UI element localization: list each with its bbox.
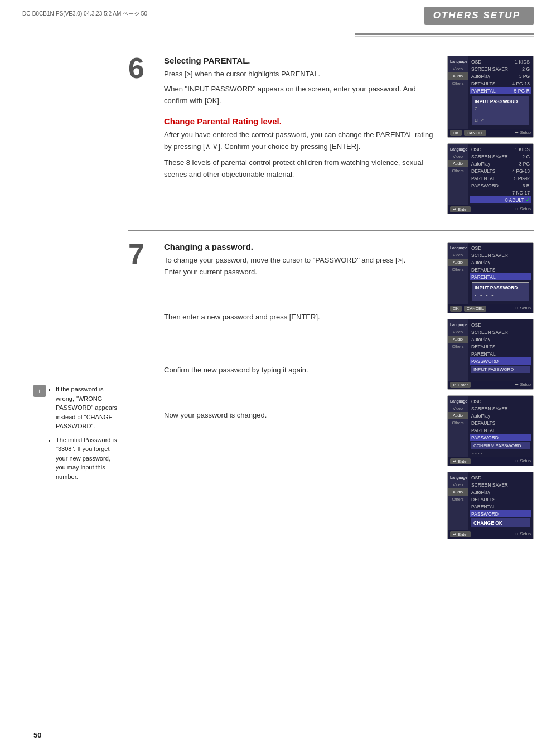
step-6-body1: Press [>] when the cursor highlights PAR… <box>164 69 436 80</box>
s3-par: PARENTAL <box>470 273 531 280</box>
s5-enter: ↵ Enter <box>450 458 471 464</box>
step-6-block: 6 Selecting PARENTAL. Press [>] when the… <box>128 56 534 214</box>
menu-bottom-1: OK CANCEL ↦ Setup <box>448 129 533 137</box>
crop-mark-left <box>6 335 17 335</box>
s6-vid: Video <box>448 481 468 488</box>
s6-enter: ↵ Enter <box>450 531 471 537</box>
r2-ss: SCREEN SAVER2 G <box>470 153 531 160</box>
menu-row-autoplay: AutoPlay3 PG <box>470 72 531 80</box>
divider <box>128 230 534 231</box>
menu-row-defaults: DEFAULTS4 PG-13 <box>470 80 531 87</box>
s3-vid: Video <box>448 251 468 259</box>
s5-vid: Video <box>448 405 468 412</box>
s4-vid: Video <box>448 328 468 336</box>
step-7-body1: To change your password, move the cursor… <box>164 255 436 266</box>
s4-enter: ↵ Enter <box>450 382 471 388</box>
s3-setup: ↦ Setup <box>515 306 531 312</box>
s5-osd: OSD <box>470 398 531 405</box>
s4-setup: ↦ Setup <box>515 382 531 388</box>
step-7-body2: Enter your current password. <box>164 266 436 278</box>
crop-mark-right <box>539 335 550 335</box>
s6-bottom: ↵ Enter ↦ Setup <box>448 530 533 539</box>
sidebar-language-2: Language <box>448 146 468 153</box>
s5-def: DEFAULTS <box>470 419 531 427</box>
s5-ss: SCREEN SAVER <box>470 405 531 412</box>
s4-def: DEFAULTS <box>470 343 531 350</box>
sidebar-audio: Audio <box>448 72 468 80</box>
s5-ap: AutoPlay <box>470 412 531 419</box>
r2-pw: PASSWORD6 R <box>470 182 531 189</box>
s3-osd: OSD <box>470 244 531 251</box>
sidebar-video-2: Video <box>448 153 468 160</box>
s5-oth: Others <box>448 419 468 427</box>
s3-ss: SCREEN SAVER <box>470 251 531 259</box>
parental-body2: These 8 levels of parental control prote… <box>164 157 436 181</box>
screen-4: Language Video Audio Others OSD SCREEN S… <box>447 319 534 390</box>
note-1: If the password is wrong, "WRONG PASSWOR… <box>56 385 120 431</box>
s6-setup: ↦ Setup <box>515 531 531 537</box>
step-7-number: 7 <box>128 240 157 269</box>
menu-overlay-1: INPUT PASSWORD 7 - - - - LT ✓ <box>472 96 529 125</box>
step-7-block: 7 Changing a password. To change your pa… <box>128 242 534 539</box>
r2-adult: 8 ADULT ✓ <box>470 196 531 203</box>
s5-lang: Language <box>448 398 468 405</box>
sidebar-others-2: Others <box>448 167 468 175</box>
sidebar-video: Video <box>448 65 468 72</box>
s4-oth: Others <box>448 343 468 350</box>
step-7-screens: Language Video Audio Others OSD SCREEN S… <box>447 242 534 539</box>
s5-bottom: ↵ Enter ↦ Setup <box>448 457 533 466</box>
note-sidebar: i If the password is wrong, "WRONG PASSW… <box>33 385 120 488</box>
page-number: 50 <box>33 731 41 739</box>
s4-lang: Language <box>448 321 468 328</box>
s6-pw: PASSWORD <box>470 510 531 517</box>
step-6-screens: Language Video Audio Others OSD1 KIDS SC… <box>447 56 534 214</box>
step-7-title: Changing a password. <box>164 242 436 251</box>
screen-6: Language Video Audio Others OSD SCREEN S… <box>447 472 534 539</box>
sidebar-others: Others <box>448 80 468 87</box>
menu-bottom-2: ↵ Enter ↦ Setup <box>448 205 533 214</box>
step-6-title: Selecting PARENTAL. <box>164 56 436 65</box>
s3-overlay: INPUT PASSWORD - - - - <box>472 282 529 301</box>
screen-3: Language Video Audio Others OSD SCREEN S… <box>447 242 534 313</box>
r2-par: PARENTAL5 PG-R <box>470 175 531 182</box>
s3-ap: AutoPlay <box>470 259 531 266</box>
s5-par: PARENTAL <box>470 427 531 434</box>
s3-lang: Language <box>448 244 468 251</box>
ok-btn: OK <box>450 130 462 136</box>
s6-lang: Language <box>448 474 468 481</box>
r2-def: DEFAULTS4 PG-13 <box>470 167 531 175</box>
screen-5: Language Video Audio Others OSD SCREEN S… <box>447 395 534 466</box>
note-content: If the password is wrong, "WRONG PASSWOR… <box>49 385 120 481</box>
s6-oth: Others <box>448 496 468 503</box>
s5-setup: ↦ Setup <box>515 458 531 464</box>
s3-bottom: OK CANCEL ↦ Setup <box>448 304 533 313</box>
s6-par: PARENTAL <box>470 503 531 510</box>
step-7-body3: Then enter a new password and press [ENT… <box>164 312 436 323</box>
s6-ap: AutoPlay <box>470 488 531 496</box>
sidebar-language: Language <box>448 58 468 65</box>
parental-heading: Change Parental Rating level. <box>164 117 436 126</box>
s6-osd: OSD <box>470 474 531 481</box>
step-7-body5: Now your password is changed. <box>164 410 436 421</box>
menu-row-osd: OSD1 KIDS <box>470 58 531 65</box>
s6-ss: SCREEN SAVER <box>470 481 531 488</box>
s4-ss: SCREEN SAVER <box>470 328 531 336</box>
s4-bottom: ↵ Enter ↦ Setup <box>448 381 533 389</box>
screen-2: Language Video Audio Others OSD1 KIDS SC… <box>447 143 534 214</box>
sidebar-audio-2: Audio <box>448 160 468 167</box>
note-icon: i <box>33 385 46 397</box>
s6-def: DEFAULTS <box>470 496 531 503</box>
doc-ref: DC-B8CB1N-PS(VE3.0) 04.3.23 5:2 AM ページ 5… <box>22 10 147 18</box>
parental-body1: After you have entered the correct passw… <box>164 129 436 153</box>
r2-ap: AutoPlay3 PG <box>470 160 531 167</box>
setup-btn-2: ↦ Setup <box>515 206 531 212</box>
s3-aud: Audio <box>448 259 468 266</box>
step-6-number: 6 <box>128 54 157 83</box>
s3-oth: Others <box>448 266 468 273</box>
menu-row-screensaver: SCREEN SAVER2 G <box>470 65 531 72</box>
s3-ok: OK <box>450 306 462 312</box>
s4-par: PARENTAL <box>470 350 531 357</box>
s4-aud: Audio <box>448 336 468 343</box>
cancel-btn: CANCEL <box>464 130 486 136</box>
note-2: The initial Password is "3308". If you f… <box>56 435 120 482</box>
